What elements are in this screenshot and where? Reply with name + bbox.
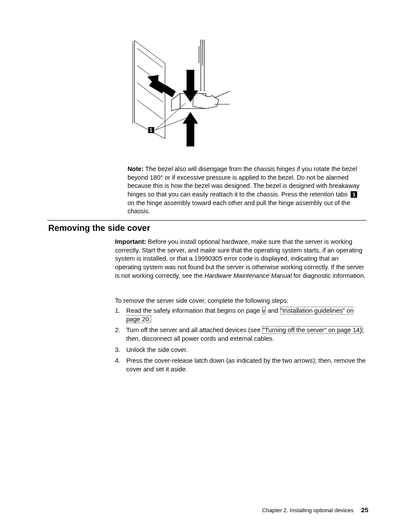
footer-chapter: Chapter 2. Installing optional devices bbox=[262, 507, 353, 513]
step-text: Press the cover-release latch down (as i… bbox=[126, 357, 366, 373]
section-divider bbox=[47, 220, 366, 221]
step-number: 1. bbox=[115, 307, 126, 324]
steps-list: 1.Read the safety information that begin… bbox=[115, 307, 366, 376]
footer-page-number: 25 bbox=[361, 506, 368, 513]
note-text-before: The bezel also will disengage from the c… bbox=[128, 165, 359, 198]
figure-callout-1: 1 bbox=[149, 127, 153, 133]
step-text: Turn off the server and all attached dev… bbox=[126, 327, 262, 333]
note-label: Note: bbox=[128, 165, 143, 172]
step-number: 2. bbox=[115, 326, 126, 343]
cross-reference-link[interactable]: v bbox=[262, 307, 266, 314]
step-text: Unlock the side cover. bbox=[126, 346, 188, 353]
page-footer: Chapter 2. Installing optional devices 2… bbox=[0, 506, 368, 513]
step-2: 2.Turn off the server and all attached d… bbox=[115, 326, 366, 343]
step-number: 3. bbox=[115, 346, 126, 355]
step-body: Press the cover-release latch down (as i… bbox=[126, 357, 366, 373]
note-callout-1: 1 bbox=[351, 191, 357, 198]
step-text: and bbox=[266, 307, 280, 314]
step-3: 3.Unlock the side cover. bbox=[115, 346, 366, 355]
steps-intro: To remove the server side cover, complet… bbox=[115, 297, 365, 304]
step-body: Read the safety information that begins … bbox=[126, 307, 366, 324]
svg-rect-15 bbox=[187, 70, 194, 91]
step-4: 4.Press the cover-release latch down (as… bbox=[115, 357, 366, 373]
step-1: 1.Read the safety information that begin… bbox=[115, 307, 366, 324]
important-text-2: for diagnostic information. bbox=[292, 272, 365, 279]
step-body: Unlock the side cover. bbox=[126, 346, 366, 355]
cross-reference-link[interactable]: "Turning off the server" on page 14) bbox=[262, 326, 362, 334]
important-italic: Hardware Maintenance Manual bbox=[204, 272, 292, 279]
step-text: Read the safety information that begins … bbox=[126, 307, 262, 314]
step-number: 4. bbox=[115, 357, 126, 373]
important-label: Important: bbox=[115, 238, 146, 245]
svg-line-13 bbox=[215, 91, 230, 98]
section-heading: Removing the side cover bbox=[48, 223, 150, 233]
note-paragraph: Note: The bezel also will disengage from… bbox=[128, 165, 364, 216]
step-body: Turn off the server and all attached dev… bbox=[126, 326, 366, 343]
note-text-after: on the hinge assembly toward each other … bbox=[128, 199, 350, 215]
important-paragraph: Important: Before you install optional h… bbox=[115, 238, 366, 280]
svg-rect-18 bbox=[187, 123, 194, 146]
svg-marker-17 bbox=[183, 112, 198, 124]
bezel-hinge-figure: 1 bbox=[128, 40, 232, 154]
